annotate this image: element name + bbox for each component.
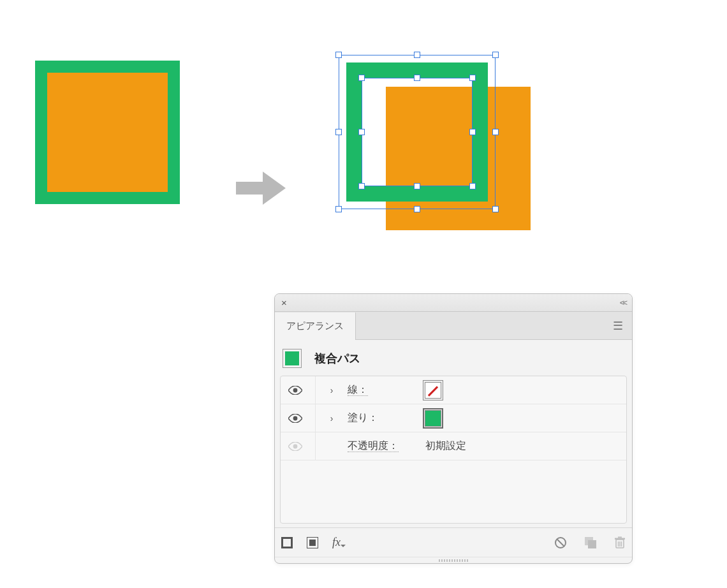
clear-appearance-icon[interactable]: [554, 536, 567, 549]
panel-menu-icon[interactable]: ☰: [604, 312, 632, 339]
row-opacity[interactable]: 不透明度： 初期設定: [281, 432, 626, 460]
sel-handle: [492, 52, 499, 58]
sel-handle: [414, 206, 420, 212]
row-spacer: [281, 460, 626, 523]
visibility-icon[interactable]: [288, 386, 302, 395]
sel-handle: [358, 183, 365, 189]
sel-handle: [358, 129, 365, 135]
selection-inner: [362, 78, 473, 186]
fill-swatch[interactable]: [423, 408, 443, 429]
sel-handle: [414, 75, 420, 81]
svg-rect-6: [615, 538, 625, 540]
collapse-icon[interactable]: <<: [620, 298, 626, 307]
sel-handle: [414, 183, 420, 189]
illustration-before-after: [35, 61, 539, 233]
before-shape: [35, 61, 180, 204]
sel-handle: [335, 206, 342, 212]
close-icon[interactable]: ×: [281, 298, 287, 307]
stroke-label[interactable]: 線：: [348, 384, 368, 396]
none-slash-icon: [428, 386, 438, 396]
sel-handle: [335, 52, 342, 58]
sel-handle: [358, 75, 365, 81]
after-shape: [335, 61, 552, 233]
duplicate-icon: [585, 537, 596, 548]
visibility-icon-disabled: [288, 442, 302, 451]
sel-handle: [414, 52, 420, 58]
object-swatch[interactable]: [283, 349, 302, 368]
object-title: 複合パス: [314, 351, 360, 366]
before-shape-orange: [47, 73, 168, 192]
fx-menu-icon[interactable]: fx: [332, 536, 341, 549]
svg-line-4: [557, 539, 564, 546]
opacity-value[interactable]: 初期設定: [423, 439, 466, 453]
arrow-icon: [236, 169, 287, 207]
row-stroke[interactable]: › 線：: [281, 376, 626, 404]
row-fill[interactable]: › 塗り：: [281, 404, 626, 432]
sel-handle: [469, 129, 476, 135]
panel-footer: fx: [275, 527, 632, 557]
sel-handle: [469, 183, 476, 189]
svg-point-1: [293, 416, 298, 420]
svg-rect-7: [618, 536, 622, 538]
delete-icon: [614, 536, 626, 549]
add-stroke-icon[interactable]: [281, 537, 293, 548]
object-swatch-green: [285, 351, 299, 365]
panel-resize-grip[interactable]: [275, 557, 632, 563]
chevron-right-icon[interactable]: ›: [325, 413, 339, 423]
stroke-swatch[interactable]: [423, 380, 443, 401]
chevron-right-icon[interactable]: ›: [325, 385, 339, 395]
opacity-label[interactable]: 不透明度：: [348, 440, 399, 452]
tab-label: アピアランス: [286, 320, 344, 332]
panel-titlebar: × <<: [275, 294, 632, 312]
object-title-row: 複合パス: [280, 346, 627, 376]
sel-handle: [492, 206, 499, 212]
add-fill-icon[interactable]: [307, 537, 318, 548]
panel-tabs: アピアランス ☰: [275, 312, 632, 340]
sel-handle: [469, 75, 476, 81]
svg-point-2: [293, 444, 298, 448]
sel-handle: [492, 129, 499, 135]
tab-appearance[interactable]: アピアランス: [275, 312, 356, 340]
appearance-panel: × << アピアランス ☰ 複合パス: [274, 293, 633, 564]
visibility-icon[interactable]: [288, 414, 302, 423]
fill-label[interactable]: 塗り：: [348, 412, 378, 423]
sel-handle: [335, 129, 342, 135]
svg-point-0: [293, 388, 298, 392]
